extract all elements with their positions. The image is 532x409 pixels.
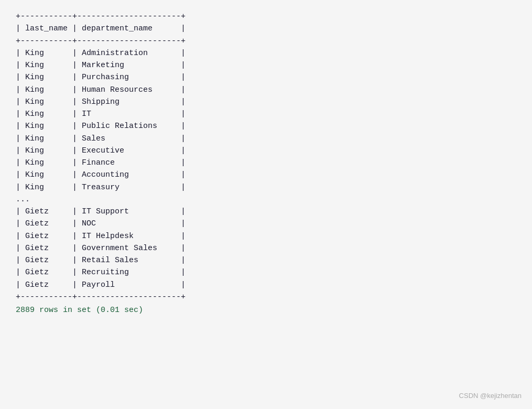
table-row: | Gietz | NOC |	[16, 218, 516, 230]
table-row: | King | Accounting |	[16, 169, 516, 181]
separator-bottom: +-----------+----------------------+	[16, 291, 516, 303]
table-row: | Gietz | Retail Sales |	[16, 254, 516, 266]
table-row: | King | Sales |	[16, 133, 516, 145]
data-rows-section: | King | Administration || King | Market…	[16, 47, 516, 193]
result-line: 2889 rows in set (0.01 sec)	[16, 304, 516, 316]
table-row: | Gietz | Government Sales |	[16, 242, 516, 254]
separator-top: +-----------+----------------------+	[16, 10, 516, 23]
separator-mid: +-----------+----------------------+	[16, 35, 516, 47]
ellipsis-line: ...	[16, 193, 516, 206]
table-row: | King | Human Resources |	[16, 84, 516, 96]
table-row: | King | Purchasing |	[16, 71, 516, 83]
table-row: | King | Marketing |	[16, 59, 516, 71]
data-rows2-section: | Gietz | IT Support || Gietz | NOC || G…	[16, 206, 516, 291]
header-row: | last_name | department_name |	[16, 23, 516, 35]
table-row: | King | Shipping |	[16, 96, 516, 108]
table-row: | King | Administration |	[16, 47, 516, 59]
table-row: | King | IT |	[16, 108, 516, 120]
watermark: CSDN @kejizhentan	[459, 392, 522, 400]
table-row: | King | Executive |	[16, 145, 516, 157]
table-row: | King | Public Relations |	[16, 120, 516, 132]
terminal-output: +-----------+----------------------+ | l…	[16, 10, 516, 316]
table-row: | Gietz | IT Support |	[16, 206, 516, 218]
table-row: | Gietz | Payroll |	[16, 279, 516, 291]
table-row: | King | Finance |	[16, 157, 516, 169]
table-row: | Gietz | IT Helpdesk |	[16, 230, 516, 242]
table-row: | Gietz | Recruiting |	[16, 266, 516, 278]
table-row: | King | Treasury |	[16, 181, 516, 193]
